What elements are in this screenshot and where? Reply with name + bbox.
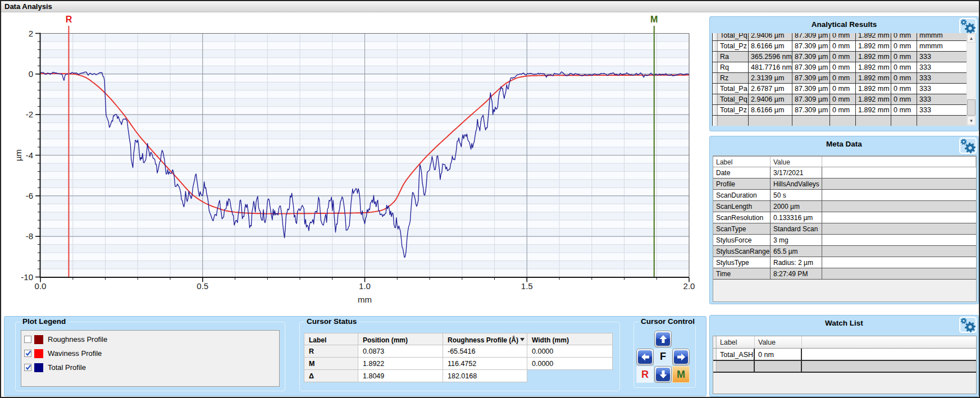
legend-checkbox[interactable] xyxy=(24,350,31,357)
meta-data-table[interactable]: LabelValueDate3/17/2021ProfileHillsAndVa… xyxy=(713,155,977,302)
cursor-position-cell[interactable]: 1.8922 xyxy=(358,358,443,370)
meta-data-title: Meta Data xyxy=(710,136,978,152)
scroll-down-icon: ▼ xyxy=(969,118,974,123)
cursor-r-button[interactable]: R xyxy=(636,366,654,383)
scroll-up-button[interactable]: ▲ xyxy=(967,34,976,43)
cursor-status-col-header[interactable]: Roughness Profile (Å) xyxy=(443,333,527,345)
cursor-f-button[interactable]: F xyxy=(654,349,672,365)
watch-list-row[interactable]: Total_ASH0 nm xyxy=(713,349,976,361)
analytical-cell: 87.309 µm xyxy=(792,94,830,104)
analytical-result-row[interactable]: Rz2.3139 µm87.309 µm0 mm1.892 mm0 mm333 xyxy=(713,73,968,84)
analytical-results-settings-button[interactable] xyxy=(959,18,977,34)
analytical-result-row[interactable]: Ra365.2596 nm87.309 µm0 mm1.892 mm0 mm33… xyxy=(713,52,968,62)
row-selector xyxy=(713,62,718,72)
cursor-left-button[interactable] xyxy=(636,349,654,365)
analytical-results-table[interactable]: Total_Pq2.9406 µm87.309 µm0 mm1.892 mm0 … xyxy=(712,33,969,126)
cursor-m-button[interactable]: M xyxy=(672,366,690,383)
analytical-result-row[interactable]: Total_Pq2.9406 µm87.309 µm0 mm1.892 mm0 … xyxy=(713,33,968,41)
analytical-result-row[interactable]: Total_Pz8.6166 µm87.309 µm0 mm1.892 mm0 … xyxy=(713,105,968,116)
meta-label-cell: ScanDuration xyxy=(713,190,771,200)
analytical-cell: Total_Pq xyxy=(718,94,749,104)
analytical-empty-row xyxy=(713,116,968,126)
legend-checkbox[interactable] xyxy=(24,364,31,371)
meta-value-cell: Radius: 2 µm xyxy=(771,257,822,268)
analytical-cell: Total_Pz xyxy=(718,41,749,51)
svg-text:-6: -6 xyxy=(26,191,33,200)
watch-list-table[interactable]: LabelValueTotal_ASH0 nm xyxy=(713,336,977,394)
profile-chart[interactable]: RM20-2-4-6-8-100.00.51.01.52.0mmµm xyxy=(1,12,706,315)
analytical-cell: 333 xyxy=(917,94,968,104)
cursor-width-cell[interactable]: 0.0000 xyxy=(527,345,613,358)
svg-text:M: M xyxy=(650,15,658,24)
legend-color-swatch xyxy=(34,335,43,344)
meta-label-cell: ScanResolution xyxy=(713,212,771,223)
analytical-result-row[interactable]: Total_Pa2.6787 µm87.309 µm0 mm1.892 mm0 … xyxy=(713,84,968,94)
cursor-roughness-cell[interactable]: 182.0168 xyxy=(443,370,527,382)
analytical-result-row[interactable]: Total_Pq2.9406 µm87.309 µm0 mm1.892 mm0 … xyxy=(713,94,968,105)
analytical-cell: 481.7716 nm xyxy=(749,62,792,72)
cursor-right-button[interactable] xyxy=(672,349,690,365)
meta-value-cell: Standard Scan xyxy=(771,223,822,234)
meta-label-cell: StylusType xyxy=(713,257,771,268)
meta-col-label: Label xyxy=(713,157,771,167)
cursor-roughness-cell[interactable]: 116.4752 xyxy=(443,358,527,370)
watch-list-settings-button[interactable] xyxy=(959,317,977,333)
analytical-cell: 0 mm xyxy=(891,94,917,104)
meta-data-row[interactable]: StylusTypeRadius: 2 µm xyxy=(713,257,976,268)
analytical-cell: 1.892 mm xyxy=(856,52,891,62)
cursor-status-col-header: Width (mm) xyxy=(527,333,613,345)
meta-data-settings-button[interactable] xyxy=(959,138,977,154)
cursor-width-cell[interactable]: 0.0000 xyxy=(527,358,613,370)
cursor-roughness-cell[interactable]: -65.5416 xyxy=(443,345,527,358)
analytical-result-row[interactable]: Rq481.7716 nm87.309 µm0 mm1.892 mm0 mm33… xyxy=(713,62,968,73)
scroll-down-button[interactable]: ▼ xyxy=(967,116,976,125)
sort-dropdown-icon[interactable] xyxy=(520,338,525,341)
analytical-result-row[interactable]: Total_Pz8.6166 µm87.309 µm0 mm1.892 mm0 … xyxy=(713,41,968,52)
meta-value-cell: 50 s xyxy=(771,190,822,200)
meta-data-row[interactable]: Time8:27:49 PM xyxy=(713,268,976,280)
cursor-position-cell[interactable]: 1.8049 xyxy=(358,370,443,382)
meta-data-row[interactable]: ScanDuration50 s xyxy=(713,190,976,201)
cursor-label-cell: M xyxy=(304,358,358,370)
analytical-cell: mmmm xyxy=(917,41,968,51)
meta-data-row[interactable]: Date3/17/2021 xyxy=(713,167,976,179)
meta-data-row[interactable]: ScanTypeStandard Scan xyxy=(713,223,976,235)
cursor-down-button[interactable] xyxy=(654,366,672,383)
legend-label: Total Profile xyxy=(48,363,86,372)
m-button-label: M xyxy=(677,369,685,381)
analytical-cell: Total_Pz xyxy=(718,105,749,115)
row-selector xyxy=(713,33,718,40)
f-button-label: F xyxy=(660,351,666,363)
cursor-label-cell: R xyxy=(304,345,358,358)
cursor-position-cell[interactable]: 0.0873 xyxy=(358,345,443,358)
analytical-cell: 2.9406 µm xyxy=(749,94,792,104)
watch-col-label: Label xyxy=(717,336,755,348)
scrollbar-thumb[interactable] xyxy=(967,99,976,116)
meta-col-value: Value xyxy=(771,157,822,167)
legend-checkbox[interactable] xyxy=(24,336,31,343)
watch-col-value: Value xyxy=(755,336,802,348)
analytical-cell: 0 mm xyxy=(891,52,917,62)
analytical-cell: 365.2596 nm xyxy=(749,52,792,62)
analytical-cell: Rz xyxy=(718,73,749,83)
cursor-up-button[interactable] xyxy=(654,331,672,347)
analytical-cell: 1.892 mm xyxy=(856,105,891,115)
analytical-cell: Rq xyxy=(718,62,749,72)
meta-data-row[interactable]: StylusScanRange65.5 µm xyxy=(713,246,976,257)
legend-item-roughness-profile: Roughness Profile xyxy=(24,332,107,346)
meta-value-cell: 3/17/2021 xyxy=(771,167,822,178)
legend-item-total-profile: Total Profile xyxy=(24,360,86,374)
meta-data-row[interactable]: StylusForce3 mg xyxy=(713,235,976,246)
analytical-cell: 2.3139 µm xyxy=(749,73,792,83)
svg-text:-10: -10 xyxy=(21,272,33,282)
cursor-status-row-Δ: Δ1.8049182.0168 xyxy=(304,370,613,382)
analytical-cell: Ra xyxy=(718,52,749,62)
analytical-cell: 1.892 mm xyxy=(856,62,891,72)
meta-value-cell: HillsAndValleys xyxy=(771,179,822,189)
meta-label-cell: ScanType xyxy=(713,223,771,234)
meta-data-row[interactable]: ProfileHillsAndValleys xyxy=(713,179,976,190)
meta-data-row[interactable]: ScanLength2000 µm xyxy=(713,201,976,212)
cursor-status-caption: Cursor Status xyxy=(304,317,359,326)
meta-data-row[interactable]: ScanResolution0.133316 µm xyxy=(713,212,976,223)
analytical-results-scrollbar[interactable]: ▲ ▼ xyxy=(967,33,976,126)
